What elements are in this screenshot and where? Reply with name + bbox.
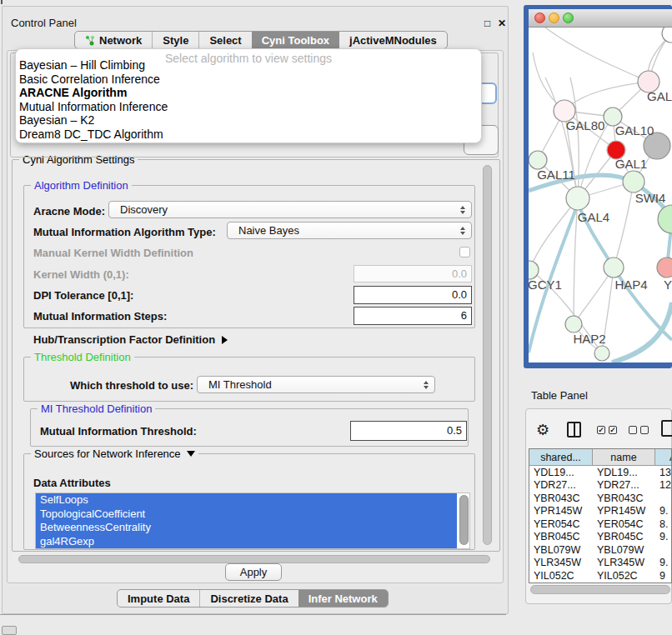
attribute-betweennesscentrality[interactable]: BetweennessCentrality [36, 521, 457, 535]
kernel-width-field[interactable]: 0.0 [354, 265, 472, 282]
collapse-down-icon [187, 451, 195, 457]
node-label: GAL11 [537, 168, 575, 182]
node-table: shared... name A YDL19...YDL19...13 YDR2… [529, 448, 672, 583]
node-label: GAL [647, 89, 672, 103]
node [565, 316, 582, 332]
mi-algorithm-type-label: Mutual Information Algorithm Type: [33, 226, 216, 238]
column-header-shared-name[interactable]: shared... [529, 449, 593, 466]
mi-threshold-label: Mutual Information Threshold: [40, 425, 197, 438]
tab-jactivemnodules[interactable]: jActiveMNodules [339, 32, 447, 48]
algorithm-option-bayesian-k2[interactable]: Bayesian – K2 [18, 113, 478, 128]
algorithm-option-aracne[interactable]: ARACNE Algorithm [18, 86, 478, 100]
network-icon [85, 35, 95, 46]
bottom-tabs: Impute Data Discretize Data Infer Networ… [117, 589, 389, 608]
expand-right-icon [222, 336, 228, 344]
node-label: GAL10 [615, 123, 654, 138]
node-gal4 [566, 187, 589, 210]
tab-impute-data[interactable]: Impute Data [118, 590, 199, 607]
control-panel-tabs: Network Style Select Cyni Toolbox jActiv… [74, 31, 448, 49]
apply-button[interactable]: Apply [225, 563, 282, 581]
manual-kernel-width-checkbox[interactable] [459, 247, 470, 258]
attribute-gal4rgexp[interactable]: gal4RGexp [36, 535, 457, 549]
node-label: GCY1 [529, 278, 562, 292]
node-label: GAL4 [578, 210, 609, 224]
tab-network[interactable]: Network [75, 32, 152, 48]
column-header-partial[interactable]: A [655, 449, 672, 466]
split-columns-icon[interactable] [567, 422, 581, 438]
tab-cyni-toolbox[interactable]: Cyni Toolbox [252, 32, 339, 48]
table-row[interactable]: YBL079WYBL079W [529, 543, 671, 557]
stepper-icon [424, 381, 429, 389]
node-label: HAP2 [573, 332, 605, 346]
node [658, 205, 672, 233]
mi-threshold-field[interactable]: 0.5 [350, 421, 467, 441]
aracne-mode-label: Aracne Mode: [33, 205, 105, 218]
dpi-tolerance-label: DPI Tolerance [0,1]: [33, 289, 133, 302]
tab-network-label: Network [99, 34, 142, 47]
close-panel-icon[interactable]: ✕ [498, 18, 506, 29]
bottom-divider [0, 614, 506, 615]
mi-steps-field[interactable]: 6 [354, 307, 472, 325]
algorithm-option-bayesian-hill-climbing[interactable]: Bayesian – Hill Climbing [18, 58, 478, 72]
close-window-button[interactable] [534, 12, 545, 23]
stepper-icon [460, 227, 465, 235]
table-header-row: shared... name A [529, 449, 671, 466]
mi-steps-label: Mutual Information Steps: [33, 310, 167, 322]
node-label: HAP4 [614, 278, 647, 292]
node-label: SWI4 [635, 191, 666, 205]
node [529, 151, 547, 169]
collapsed-panel-button[interactable] [2, 626, 17, 635]
gear-icon[interactable]: ⚙ [536, 421, 549, 439]
sources-title[interactable]: Sources for Network Inference [31, 448, 198, 460]
table-row[interactable]: YDL19...YDL19...13 [529, 466, 671, 479]
table-row[interactable]: YBR043CYBR043C [529, 492, 671, 505]
tab-discretize-data[interactable]: Discretize Data [199, 590, 298, 607]
node [529, 261, 539, 279]
attribute-selfloops[interactable]: SelfLoops [36, 493, 457, 508]
settings-vertical-scrollbar[interactable] [483, 165, 492, 545]
screen: Control Panel □ ✕ Network Style Select C… [0, 0, 672, 635]
table-row[interactable]: YBR045CYBR045C9. [529, 531, 671, 544]
data-attributes-list: SelfLoops TopologicalCoefficient Between… [35, 492, 470, 549]
node-label: Y [664, 278, 672, 292]
threshold-definition-title: Threshold Definition [31, 351, 134, 363]
hub-definition-expander[interactable]: Hub/Transcription Factor Definition [33, 333, 228, 346]
algorithm-option-dream8[interactable]: Dream8 DC_TDC Algorithm [18, 128, 478, 142]
table-row[interactable]: YIL052CYIL052C9 [529, 569, 671, 582]
float-panel-icon[interactable]: □ [484, 18, 490, 29]
attributes-scrollbar[interactable] [459, 495, 469, 545]
mi-threshold-definition-title: MI Threshold Definition [38, 402, 155, 415]
algorithm-definition-title: Algorithm Definition [31, 179, 132, 192]
tab-select[interactable]: Select [198, 32, 251, 48]
table-row[interactable]: YDR27...YDR27...12 [529, 479, 671, 492]
table-row[interactable]: YPR145WYPR145W9. [529, 505, 671, 518]
algorithm-option-basic-correlation[interactable]: Basic Correlation Inference [18, 72, 478, 87]
table-row[interactable]: YLR345WYLR345W9. [529, 557, 671, 570]
tab-style[interactable]: Style [152, 32, 198, 48]
table-panel-title: Table Panel [531, 389, 588, 402]
tab-infer-network[interactable]: Infer Network [298, 590, 388, 607]
new-table-file-icon[interactable] [661, 420, 672, 437]
which-threshold-combo[interactable]: MI Threshold [197, 376, 435, 393]
aracne-mode-combo[interactable]: Discovery [108, 201, 472, 218]
table-row[interactable]: YER054CYER054C8. [529, 518, 671, 531]
which-threshold-label: Which threshold to use: [70, 379, 193, 392]
select-all-checkboxes-icon[interactable]: ✓✓ [597, 426, 617, 434]
node [662, 28, 672, 42]
minimize-window-button[interactable] [549, 12, 559, 23]
zoom-window-button[interactable] [563, 12, 574, 23]
network-canvas[interactable]: GAL GAL80 GAL10 GAL1 GAL11 SWI4 GAL4 GCY… [529, 28, 672, 362]
deselect-all-checkboxes-icon[interactable] [629, 426, 649, 434]
node-label: GAL80 [566, 118, 605, 132]
network-window-titlebar[interactable] [529, 9, 672, 28]
control-panel-title: Control Panel [11, 17, 77, 29]
top-left-tick [1, 0, 3, 4]
column-header-name[interactable]: name [593, 449, 655, 466]
dpi-tolerance-field[interactable]: 0.0 [354, 286, 472, 304]
mi-algorithm-type-combo[interactable]: Naive Bayes [227, 222, 472, 239]
settings-horizontal-scrollbar[interactable] [18, 555, 490, 563]
manual-kernel-width-label: Manual Kernel Width Definition [33, 247, 193, 259]
table-horizontal-scrollbar[interactable] [530, 585, 670, 594]
algorithm-option-mutual-information[interactable]: Mutual Information Inference [18, 100, 478, 114]
attribute-topologicalcoefficient[interactable]: TopologicalCoefficient [36, 508, 457, 522]
